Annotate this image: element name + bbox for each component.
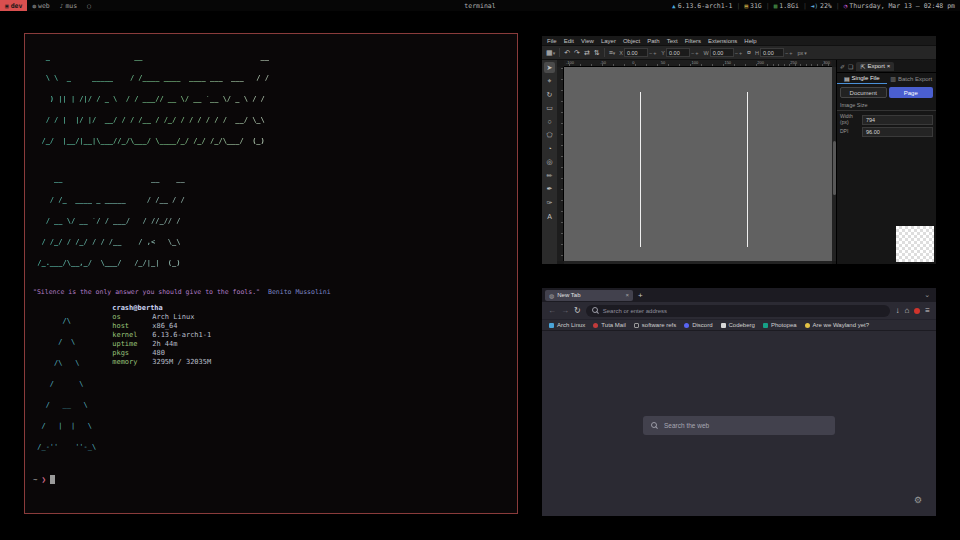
export-width-input[interactable]: 794 (862, 115, 933, 125)
bookmark-arch-linux[interactable]: Arch Linux (549, 322, 585, 328)
separator: | (766, 2, 770, 10)
navigation-toolbar: ← → ↻ Search or enter address ↓ ⌂ ≡ (542, 302, 936, 319)
active-tab[interactable]: ◍ New Tab × (545, 290, 633, 301)
flip-horizontal-button[interactable]: ⇄ (584, 49, 590, 57)
menu-view[interactable]: View (581, 38, 594, 44)
export-mode-tabs: ▤ Single File ▥ Batch Export (837, 73, 936, 84)
canvas-area[interactable]: -100-50 050 100150 200250 300 (557, 60, 836, 264)
date-time: Thursday, Mar 13 — 02:48 pm (849, 2, 955, 10)
menu-filters[interactable]: Filters (685, 38, 701, 44)
menu-path[interactable]: Path (647, 38, 659, 44)
pencil-tool[interactable]: ✏ (544, 170, 555, 181)
tuta-bookmark-icon (593, 323, 598, 328)
h-spinner[interactable]: −+ (785, 50, 793, 56)
bookmark-photopea[interactable]: Photopea (763, 322, 797, 328)
bookmark-discord[interactable]: Discord (684, 322, 712, 328)
disk-usage: 31G (750, 2, 762, 10)
box3d-tool[interactable]: ◔ (544, 143, 555, 154)
list-tabs-chevron-icon[interactable]: ⌄ (924, 291, 930, 299)
firefox-window: ◍ New Tab × + ⌄ ← → ↻ Search or enter ad… (542, 288, 936, 516)
single-file-tab[interactable]: ▤ Single File (837, 73, 887, 84)
export-panel-tab[interactable]: ⇱ Export × (856, 62, 894, 71)
x-spinner[interactable]: −+ (649, 50, 657, 56)
text-tool[interactable]: A (544, 211, 555, 222)
url-bar[interactable]: Search or enter address (586, 305, 891, 317)
x-input[interactable]: 0.00 (624, 48, 648, 57)
fortune-quote: "Silence is the only answer you should g… (33, 288, 509, 296)
selector-tool[interactable]: ➤ (544, 62, 555, 73)
page-scope-button[interactable]: Page (889, 87, 934, 98)
menu-button[interactable]: ≡ (925, 306, 930, 315)
home-button[interactable]: ⌂ (904, 306, 909, 315)
extension-icon[interactable] (914, 308, 920, 314)
workspace-dev[interactable]: ▣ dev (0, 0, 27, 11)
menu-edit[interactable]: Edit (564, 38, 574, 44)
workspace-4[interactable]: ▢ (82, 0, 96, 11)
menu-text[interactable]: Text (667, 38, 678, 44)
rotate-cw-button[interactable]: ↷ (574, 49, 580, 57)
close-panel-icon[interactable]: × (887, 63, 891, 69)
separator: | (836, 2, 840, 10)
node-tool[interactable]: ⌖ (544, 76, 555, 87)
page-border-left (640, 92, 641, 247)
y-input[interactable]: 0.00 (666, 48, 690, 57)
disk-module: ▤ 31G (744, 2, 761, 10)
canvas-horizontal-scrollbar[interactable] (564, 261, 832, 264)
discord-bookmark-icon (684, 323, 689, 328)
menu-help[interactable]: Help (744, 38, 756, 44)
menu-file[interactable]: File (547, 38, 557, 44)
w-spinner[interactable]: −+ (735, 50, 743, 56)
workspace-web[interactable]: ◍ web (27, 0, 54, 11)
spiral-tool[interactable]: ◎ (544, 157, 555, 168)
layers-panel-icon[interactable]: ❏ (848, 63, 853, 70)
pen-tool[interactable]: ✒ (544, 184, 555, 195)
select-mode-button[interactable]: ▦▾ (546, 49, 555, 57)
menu-layer[interactable]: Layer (601, 38, 616, 44)
y-spinner[interactable]: −+ (691, 50, 699, 56)
back-button[interactable]: ← (548, 306, 556, 315)
edit-panel-icon[interactable]: ✐ (840, 63, 845, 70)
terminal-window[interactable]: _ __ __ \ \ _ _____ / /____ ____ ____ __… (24, 33, 518, 514)
wayland-bookmark-icon (805, 323, 810, 328)
tab-close-icon[interactable]: × (625, 292, 629, 298)
volume-module[interactable]: ◄) 22% (811, 2, 832, 10)
separator: | (736, 2, 740, 10)
drawing-canvas[interactable] (564, 67, 832, 261)
new-tab-page: Search the web ⚙ (542, 330, 936, 516)
star-tool[interactable]: ⬠ (544, 130, 555, 141)
h-input[interactable]: 0.00 (760, 48, 784, 57)
export-tab-label: Export (867, 63, 884, 69)
shape-builder-tool[interactable]: ↻ (544, 89, 555, 100)
menu-object[interactable]: Object (623, 38, 640, 44)
document-scope-button[interactable]: Document (840, 87, 887, 98)
rotate-ccw-button[interactable]: ↶ (564, 49, 570, 57)
forward-button[interactable]: → (561, 306, 569, 315)
shell-prompt[interactable]: ~ ❯ (33, 475, 509, 484)
align-dropdown-button[interactable]: ≡▾ (609, 49, 616, 56)
bookmark-tuta-mail[interactable]: Tuta Mail (593, 322, 625, 328)
text-cursor (50, 475, 55, 484)
prompt-path: ~ (33, 475, 38, 484)
downloads-button[interactable]: ↓ (895, 306, 899, 315)
menu-extensions[interactable]: Extensions (708, 38, 737, 44)
web-search-box[interactable]: Search the web (643, 416, 835, 435)
calligraphy-tool[interactable]: ✑ (544, 197, 555, 208)
quote-author: Benito Mussolini (268, 288, 331, 296)
new-tab-button[interactable]: + (638, 291, 643, 300)
units-dropdown[interactable]: px▾ (797, 50, 806, 56)
batch-export-tab[interactable]: ▥ Batch Export (887, 73, 937, 84)
w-input[interactable]: 0.00 (710, 48, 734, 57)
rectangle-tool[interactable]: ▭ (544, 103, 555, 114)
ellipse-tool[interactable]: ○ (544, 116, 555, 127)
workspace-mus[interactable]: ♪ mus (55, 0, 82, 11)
bookmark-folder-software-refs[interactable]: software refs (634, 322, 676, 328)
bookmark-are-we-wayland-yet[interactable]: Are we Wayland yet? (805, 322, 869, 328)
flip-vertical-button[interactable]: ⇅ (594, 49, 600, 57)
reload-button[interactable]: ↻ (574, 306, 581, 315)
bookmark-codeberg[interactable]: Codeberg (721, 322, 755, 328)
lock-ratio-icon[interactable]: ¤ (747, 49, 751, 56)
search-placeholder: Search the web (664, 422, 709, 429)
personalize-gear-icon[interactable]: ⚙ (914, 495, 922, 505)
export-dpi-input[interactable]: 96.00 (862, 127, 933, 137)
disk-icon: ▤ (744, 2, 748, 9)
